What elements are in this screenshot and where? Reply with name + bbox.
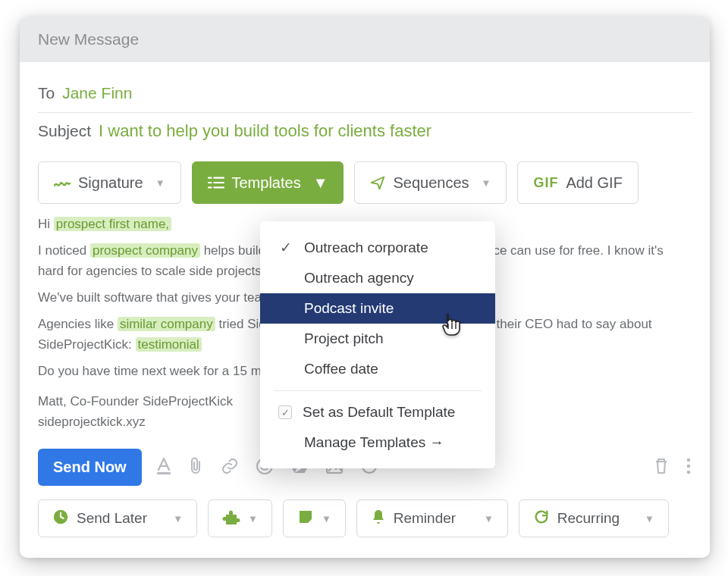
notes-button[interactable]: ▼ (283, 499, 346, 537)
paper-plane-icon (370, 175, 385, 190)
subject-label: Subject (38, 122, 91, 140)
send-later-button[interactable]: Send Later ▼ (38, 499, 197, 537)
chevron-down-icon: ▼ (173, 513, 183, 524)
clock-icon (52, 509, 69, 529)
merge-var-similar-company[interactable]: similar company (118, 317, 215, 331)
link-icon[interactable] (221, 457, 239, 478)
bell-icon (371, 509, 386, 529)
manage-templates[interactable]: Manage Templates → (260, 427, 495, 458)
signature-button[interactable]: Signature ▼ (38, 161, 181, 204)
set-default-template[interactable]: ✓ Set as Default Template (260, 397, 495, 427)
merge-var-prospect-first-name[interactable]: prospect first name, (54, 217, 171, 231)
compose-window: New Message To Jane Finn Subject I want … (20, 17, 710, 558)
templates-dropdown: ✓ Outreach corporate Outreach agency Pod… (260, 221, 495, 468)
chevron-down-icon: ▼ (484, 513, 494, 524)
send-now-button[interactable]: Send Now (38, 449, 142, 486)
add-gif-button[interactable]: GIF Add GIF (517, 161, 638, 204)
dropdown-divider (274, 390, 482, 391)
template-item-coffee-date[interactable]: Coffee date (260, 354, 495, 384)
window-title-text: New Message (38, 30, 139, 48)
bottom-row: Send Later ▼ ▼ ▼ Reminder (38, 499, 692, 537)
subject-field[interactable]: Subject I want to help you build tools f… (38, 114, 692, 148)
templates-label: Templates (232, 174, 301, 192)
sticky-note-icon (297, 509, 314, 529)
template-item-outreach-agency[interactable]: Outreach agency (260, 263, 495, 293)
merge-var-testimonial[interactable]: testimonial (136, 337, 202, 352)
sequences-button[interactable]: Sequences ▼ (354, 161, 507, 204)
to-value: Jane Finn (62, 84, 132, 102)
gif-icon: GIF (533, 175, 558, 191)
signature-line1: Matt, Co-Founder SideProjectKick (38, 394, 233, 409)
templates-button[interactable]: Templates ▼ (192, 161, 344, 204)
extensions-button[interactable]: ▼ (208, 499, 272, 537)
toolbar: Signature ▼ Templates ▼ Sequences ▼ GIF … (38, 161, 692, 204)
add-gif-label: Add GIF (566, 174, 622, 192)
more-icon[interactable] (686, 457, 692, 478)
divider (38, 112, 692, 113)
recurring-button[interactable]: Recurring ▼ (519, 499, 669, 537)
svg-point-13 (687, 458, 691, 462)
signature-icon (54, 175, 71, 190)
svg-point-14 (687, 464, 691, 468)
reminder-button[interactable]: Reminder ▼ (356, 499, 508, 537)
trash-icon[interactable] (654, 457, 669, 478)
svg-rect-7 (157, 472, 171, 474)
to-field[interactable]: To Jane Finn (38, 77, 692, 109)
chevron-down-icon: ▼ (155, 177, 165, 189)
puzzle-icon (222, 509, 240, 529)
templates-icon (208, 175, 224, 190)
to-label: To (38, 84, 55, 102)
signature-label: Signature (78, 174, 143, 192)
svg-point-15 (687, 470, 691, 474)
text-color-icon[interactable] (155, 457, 172, 478)
checkbox-icon[interactable]: ✓ (278, 405, 292, 419)
window-title: New Message (20, 17, 710, 62)
template-item-project-pitch[interactable]: Project pitch (260, 324, 495, 354)
chevron-down-icon: ▼ (322, 513, 331, 524)
attachment-icon[interactable] (189, 457, 204, 478)
merge-var-prospect-company[interactable]: prospect company (90, 243, 200, 258)
chevron-down-icon: ▼ (482, 177, 491, 189)
check-icon: ✓ (278, 239, 293, 256)
signature-line2: sideprojectkick.xyz (38, 415, 146, 429)
sequences-label: Sequences (393, 174, 469, 192)
template-item-podcast-invite[interactable]: Podcast invite (260, 293, 495, 324)
chevron-down-icon: ▼ (645, 513, 654, 524)
subject-value: I want to help you build tools for clien… (99, 121, 431, 141)
chevron-down-icon: ▼ (248, 513, 258, 524)
refresh-icon (533, 509, 550, 529)
template-item-outreach-corporate[interactable]: ✓ Outreach corporate (260, 232, 495, 263)
chevron-down-icon: ▼ (313, 174, 328, 192)
